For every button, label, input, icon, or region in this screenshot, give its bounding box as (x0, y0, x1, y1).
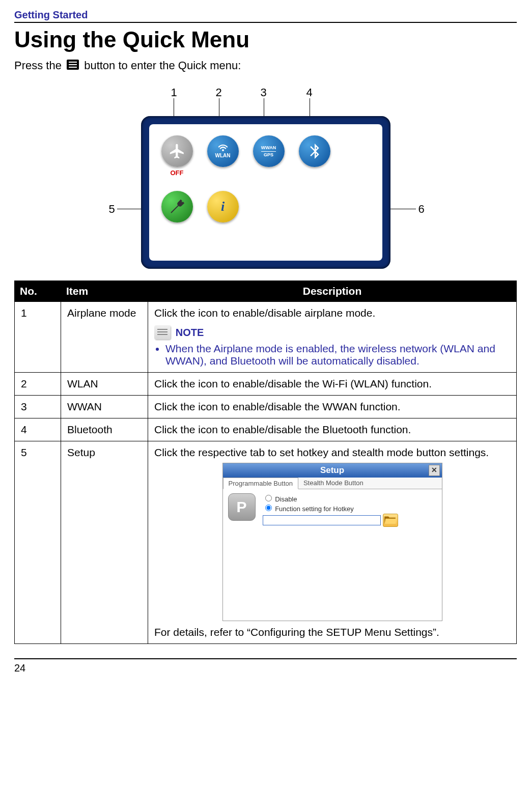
cell-item: Bluetooth (61, 418, 148, 441)
table-row: 1 Airplane mode Click the icon to enable… (15, 302, 517, 373)
cell-no: 5 (15, 441, 61, 644)
wlan-label: WLAN (215, 153, 231, 158)
cell-item: WLAN (61, 373, 148, 396)
radio-function-label: Function setting for Hotkey (275, 505, 354, 513)
quick-menu-figure: 1 2 3 4 5 6 OFF WLAN (88, 88, 444, 271)
svg-rect-1 (69, 62, 77, 63)
note-label: NOTE (176, 327, 204, 338)
col-item: Item (61, 281, 148, 302)
intro-line: Press the button to enter the Quick menu… (14, 59, 517, 74)
setup-tabs: Programmable Button Stealth Mode Button (223, 478, 442, 489)
tab-programmable-button[interactable]: Programmable Button (223, 478, 298, 489)
note-text: When the Airplane mode is enabled, the w… (165, 343, 510, 367)
cell-item: Setup (61, 441, 148, 644)
callout-5: 5 (109, 203, 115, 216)
cell-no: 3 (15, 396, 61, 418)
bluetooth-icon[interactable] (299, 135, 330, 167)
cell-desc: Click the icon to enable/disable the Blu… (148, 418, 517, 441)
airplane-mode-icon[interactable] (161, 135, 193, 167)
svg-point-4 (179, 202, 182, 205)
cell-desc: Click the respective tab to set hotkey a… (148, 441, 517, 644)
table-row: 5 Setup Click the respective tab to set … (15, 441, 517, 644)
setup-title: Setup (320, 465, 344, 475)
radio-function-input[interactable] (265, 505, 272, 511)
callout-1: 1 (171, 86, 177, 99)
setup-icon[interactable] (161, 191, 193, 222)
menu-button-icon (66, 59, 80, 74)
airplane-off-label: OFF (171, 169, 184, 177)
description-table: No. Item Description 1 Airplane mode Cli… (14, 281, 517, 644)
close-icon[interactable]: ✕ (429, 465, 440, 476)
desc-footer: For details, refer to “Configuring the S… (154, 626, 510, 638)
wwan-label-top: WWAN (261, 146, 276, 150)
setup-body: P Disable Function setting for Hotkey (223, 489, 442, 621)
callout-4: 4 (306, 86, 313, 99)
device-screen: OFF WLAN WWAN GPS (149, 124, 382, 261)
desc-main: Click the icon to enable/disable airplan… (154, 307, 510, 319)
svg-rect-3 (69, 67, 77, 68)
callout-3: 3 (261, 86, 267, 99)
section-header: Getting Started (14, 9, 517, 23)
programmable-button-icon: P (228, 493, 256, 521)
cell-no: 1 (15, 302, 61, 373)
radio-disable-input[interactable] (265, 495, 272, 501)
page-footer: 24 (14, 658, 517, 674)
cell-item: WWAN (61, 396, 148, 418)
table-row: 2 WLAN Click the icon to enable/disable … (15, 373, 517, 396)
setup-dialog: Setup ✕ Programmable Button Stealth Mode… (222, 463, 442, 621)
table-row: 4 Bluetooth Click the icon to enable/dis… (15, 418, 517, 441)
radio-disable-label: Disable (275, 495, 297, 503)
callout-6: 6 (418, 203, 425, 216)
cell-item: Airplane mode (61, 302, 148, 373)
radio-disable[interactable]: Disable (263, 493, 398, 503)
cell-desc: Click the icon to enable/disable the WWA… (148, 396, 517, 418)
cell-desc: Click the icon to enable/disable airplan… (148, 302, 517, 373)
wwan-label-bot: GPS (261, 153, 276, 157)
svg-rect-2 (69, 64, 77, 65)
col-no: No. (15, 281, 61, 302)
page-title: Using the Quick Menu (14, 27, 517, 52)
callout-2: 2 (216, 86, 222, 99)
device-frame: OFF WLAN WWAN GPS (141, 116, 390, 269)
wwan-icon[interactable]: WWAN GPS (253, 135, 285, 167)
browse-button[interactable] (383, 514, 398, 527)
page-number: 24 (14, 662, 25, 674)
col-desc: Description (148, 281, 517, 302)
tab-stealth-mode-button[interactable]: Stealth Mode Button (298, 478, 369, 489)
table-row: 3 WWAN Click the icon to enable/disable … (15, 396, 517, 418)
info-icon[interactable]: i (207, 191, 239, 222)
cell-no: 4 (15, 418, 61, 441)
wlan-icon[interactable]: WLAN (207, 135, 239, 167)
setup-titlebar: Setup ✕ (223, 463, 442, 478)
intro-before: Press the (14, 59, 65, 72)
cell-desc: Click the icon to enable/disable the Wi-… (148, 373, 517, 396)
radio-function[interactable]: Function setting for Hotkey (263, 503, 398, 513)
intro-after: button to enter the Quick menu: (84, 59, 241, 72)
hotkey-path-input[interactable] (263, 515, 381, 525)
cell-no: 2 (15, 373, 61, 396)
note-icon (154, 325, 171, 340)
desc-main: Click the respective tab to set hotkey a… (154, 446, 510, 459)
